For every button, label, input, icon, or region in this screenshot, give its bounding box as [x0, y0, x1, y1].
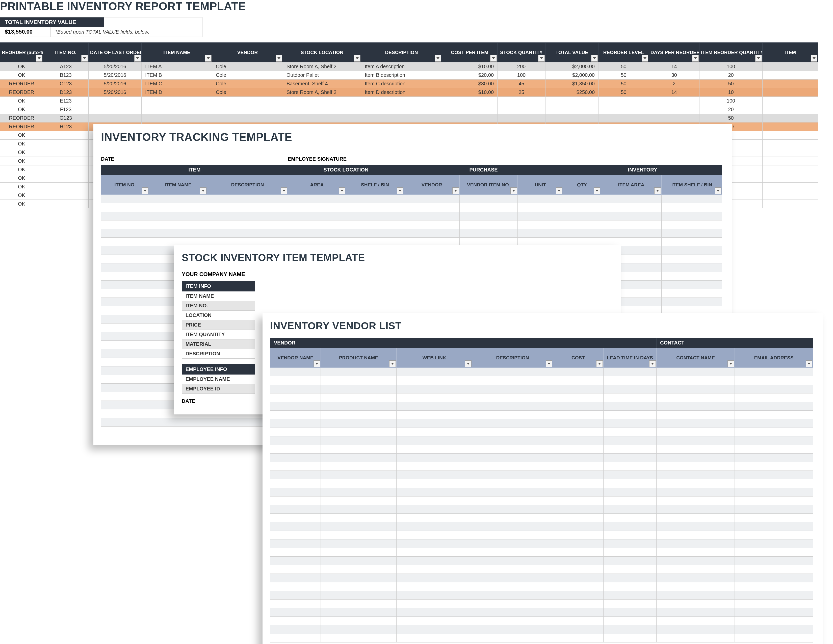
- cell[interactable]: [601, 221, 662, 229]
- cell[interactable]: [397, 582, 472, 591]
- cell[interactable]: [497, 105, 545, 114]
- cell[interactable]: [662, 221, 722, 229]
- cell[interactable]: [762, 183, 818, 191]
- filter-dropdown-icon[interactable]: [811, 55, 817, 62]
- filter-dropdown-icon[interactable]: [281, 187, 287, 194]
- table-row[interactable]: [270, 368, 813, 376]
- cell[interactable]: 50: [598, 63, 649, 71]
- cell[interactable]: [656, 488, 735, 496]
- cell[interactable]: [735, 617, 813, 625]
- cell[interactable]: [553, 539, 603, 548]
- cell[interactable]: [603, 385, 656, 393]
- cell[interactable]: [472, 488, 553, 496]
- cell[interactable]: C123: [43, 80, 88, 88]
- cell[interactable]: [735, 565, 813, 574]
- cell[interactable]: [207, 221, 288, 229]
- cell[interactable]: Item C description: [361, 80, 442, 88]
- cell[interactable]: REORDER: [0, 80, 43, 88]
- cell[interactable]: [397, 471, 472, 479]
- cell[interactable]: [762, 174, 818, 183]
- cell[interactable]: [101, 246, 149, 255]
- cell[interactable]: [553, 599, 603, 608]
- cell[interactable]: [321, 462, 397, 471]
- cell[interactable]: [762, 114, 818, 122]
- cell[interactable]: [735, 411, 813, 419]
- cell[interactable]: [207, 203, 288, 212]
- cell[interactable]: [656, 574, 735, 582]
- cell[interactable]: 5/20/2016: [88, 80, 142, 88]
- filter-dropdown-icon[interactable]: [142, 187, 148, 194]
- cell[interactable]: [656, 548, 735, 557]
- cell[interactable]: [321, 505, 397, 514]
- table-row[interactable]: [270, 522, 813, 531]
- cell[interactable]: REORDER: [0, 88, 43, 97]
- cell[interactable]: [142, 114, 212, 122]
- cell[interactable]: [762, 105, 818, 114]
- table-row[interactable]: [270, 599, 813, 608]
- cell[interactable]: [762, 200, 818, 208]
- table-row[interactable]: [101, 203, 722, 212]
- cell[interactable]: [656, 496, 735, 505]
- cell[interactable]: [397, 634, 472, 642]
- cell[interactable]: [472, 376, 553, 385]
- cell[interactable]: [270, 617, 321, 625]
- cell[interactable]: [472, 574, 553, 582]
- cell[interactable]: [149, 427, 207, 435]
- filter-dropdown-icon[interactable]: [591, 55, 598, 62]
- cell[interactable]: [656, 419, 735, 428]
- cell[interactable]: 50: [598, 71, 649, 80]
- cell[interactable]: [598, 97, 649, 105]
- cell[interactable]: [735, 548, 813, 557]
- cell[interactable]: [603, 411, 656, 419]
- cell[interactable]: [472, 522, 553, 531]
- cell[interactable]: 50: [598, 88, 649, 97]
- cell[interactable]: [656, 591, 735, 599]
- cell[interactable]: [553, 462, 603, 471]
- filter-dropdown-icon[interactable]: [276, 55, 282, 62]
- cell[interactable]: [404, 212, 460, 221]
- cell[interactable]: 50: [598, 80, 649, 88]
- cell[interactable]: 50: [700, 80, 762, 88]
- cell[interactable]: [762, 157, 818, 166]
- cell[interactable]: G123: [43, 114, 88, 122]
- cell[interactable]: [472, 582, 553, 591]
- filter-dropdown-icon[interactable]: [692, 55, 699, 62]
- cell[interactable]: [397, 402, 472, 411]
- column-header[interactable]: VENDOR: [404, 175, 460, 195]
- cell[interactable]: 14: [649, 63, 700, 71]
- cell[interactable]: [149, 229, 207, 238]
- cell[interactable]: [553, 565, 603, 574]
- cell[interactable]: [397, 488, 472, 496]
- column-header[interactable]: WEB LINK: [397, 348, 472, 368]
- cell[interactable]: [518, 212, 563, 221]
- cell[interactable]: [553, 531, 603, 539]
- cell[interactable]: [545, 97, 598, 105]
- cell[interactable]: [270, 522, 321, 531]
- cell[interactable]: [270, 368, 321, 376]
- cell[interactable]: [598, 114, 649, 122]
- cell[interactable]: OK: [0, 200, 43, 208]
- cell[interactable]: [553, 419, 603, 428]
- cell[interactable]: [321, 531, 397, 539]
- table-row[interactable]: [270, 634, 813, 642]
- cell[interactable]: Cole: [212, 71, 283, 80]
- table-row[interactable]: [270, 471, 813, 479]
- cell[interactable]: [603, 557, 656, 565]
- cell[interactable]: [601, 229, 662, 238]
- cell[interactable]: [472, 557, 553, 565]
- table-row[interactable]: [270, 557, 813, 565]
- column-header[interactable]: QTY: [563, 175, 601, 195]
- cell[interactable]: [442, 97, 497, 105]
- filter-dropdown-icon[interactable]: [354, 55, 360, 62]
- cell[interactable]: 100: [497, 71, 545, 80]
- cell[interactable]: [762, 88, 818, 97]
- cell[interactable]: ITEM A: [142, 63, 212, 71]
- cell[interactable]: [149, 195, 207, 203]
- cell[interactable]: [603, 582, 656, 591]
- table-row[interactable]: REORDERC1235/20/2016ITEM CColeBasement, …: [0, 80, 818, 88]
- table-row[interactable]: [270, 531, 813, 539]
- table-row[interactable]: [101, 221, 722, 229]
- cell[interactable]: [101, 212, 149, 221]
- filter-dropdown-icon[interactable]: [654, 187, 661, 194]
- cell[interactable]: [662, 289, 722, 298]
